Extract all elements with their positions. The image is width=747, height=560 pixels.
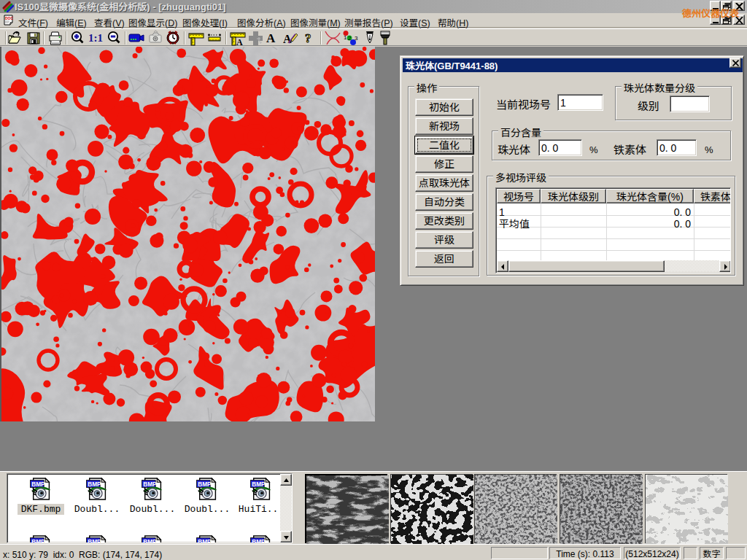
svg-text:A: A	[266, 31, 276, 45]
svg-text:1:1: 1:1	[88, 32, 103, 44]
svg-text:A: A	[236, 37, 243, 46]
svg-text:DOC: DOC	[5, 16, 14, 20]
svg-text:2: 2	[348, 35, 352, 42]
svg-text:1: 1	[344, 34, 347, 41]
svg-text:?: ?	[305, 31, 311, 45]
svg-text:3: 3	[355, 35, 358, 42]
svg-text:A: A	[283, 33, 292, 45]
